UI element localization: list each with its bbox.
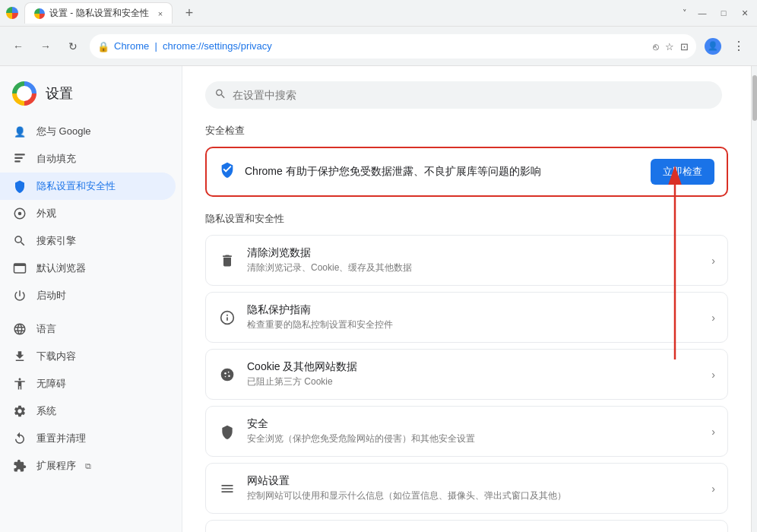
address-right-icons: ⎋ ☆ ⊡ <box>653 40 689 52</box>
privacy-item-cookies-title: Cookie 及其他网站数据 <box>247 360 701 374</box>
sidebar-item-extensions[interactable]: 扩展程序 ⧉ <box>0 452 176 480</box>
sidebar-item-startup-label: 启动时 <box>36 289 66 302</box>
sidebar-header: 设置 <box>0 75 182 118</box>
shield-check-icon <box>219 161 236 182</box>
scrollbar-track[interactable] <box>751 66 757 532</box>
privacy-item-guide[interactable]: 隐私保护指南 检查重要的隐私控制设置和安全控件 › <box>205 292 728 343</box>
chrome-logo <box>12 81 36 106</box>
safety-check-section-title: 安全检查 <box>205 124 728 138</box>
check-now-button[interactable]: 立即检查 <box>651 159 714 185</box>
profile-button[interactable]: 👤 <box>702 36 724 57</box>
system-icon <box>12 404 27 419</box>
privacy-item-clear-browsing[interactable]: 清除浏览数据 清除浏览记录、Cookie、缓存及其他数据 › <box>205 235 728 286</box>
new-tab-button[interactable]: + <box>179 2 200 24</box>
main-layout: 设置 👤 您与 Google 自动填充 隐私设置和安全性 外观 <box>0 66 757 532</box>
sidebar-item-autofill[interactable]: 自动填充 <box>0 145 176 173</box>
search-wrapper <box>205 81 722 109</box>
svg-point-12 <box>224 372 226 375</box>
privacy-item-site-text: 网站设置 控制网站可以使用和显示什么信息（如位置信息、摄像头、弹出式窗口及其他） <box>247 474 701 502</box>
titlebar-left: 设置 - 隐私设置和安全性 × + <box>6 2 200 24</box>
search-icon <box>12 233 27 249</box>
privacy-shield-icon <box>12 179 27 194</box>
sidebar-item-reset[interactable]: 重置并清理 <box>0 425 176 452</box>
browser-icon <box>12 261 27 276</box>
search-icon <box>214 88 226 103</box>
privacy-item-security[interactable]: 安全 安全浏览（保护您免受危险网站的侵害）和其他安全设置 › <box>205 406 728 457</box>
bookmark-icon[interactable]: ☆ <box>665 40 674 52</box>
startup-icon <box>12 288 27 303</box>
content-area: 安全检查 Chrome 有助于保护您免受数据泄露、不良扩展库等问题的影响 立即检… <box>182 66 751 532</box>
scrollbar-thumb[interactable] <box>752 75 757 121</box>
refresh-button[interactable]: ↻ <box>62 36 84 57</box>
privacy-item-security-title: 安全 <box>247 417 701 431</box>
reset-icon <box>12 431 27 446</box>
sidebar-item-extensions-label: 扩展程序 <box>36 459 76 473</box>
appearance-icon <box>12 206 27 221</box>
menu-icon: ⋮ <box>733 39 745 53</box>
privacy-item-cookies-text: Cookie 及其他网站数据 已阻止第三方 Cookie <box>247 360 701 388</box>
sidebar-item-accessibility[interactable]: 无障碍 <box>0 370 176 397</box>
svg-point-3 <box>18 212 22 216</box>
chevron-icon: ˅ <box>683 8 687 18</box>
privacy-item-guide-desc: 检查重要的隐私控制设置和安全控件 <box>247 318 701 331</box>
svg-point-14 <box>228 375 230 377</box>
sidebar-item-language[interactable]: 语言 <box>0 315 176 343</box>
menu-button[interactable]: ⋮ <box>728 36 749 57</box>
extensions-icon <box>12 458 27 473</box>
svg-point-15 <box>225 375 226 377</box>
sidebar-item-startup[interactable]: 启动时 <box>0 282 176 309</box>
safety-check-description: Chrome 有助于保护您免受数据泄露、不良扩展库等问题的影响 <box>245 165 641 179</box>
accessibility-icon <box>12 376 27 391</box>
privacy-section: 清除浏览数据 清除浏览记录、Cookie、缓存及其他数据 › 隐私保护指南 检查… <box>205 235 728 532</box>
sidebar-item-search[interactable]: 搜索引擎 <box>0 227 176 255</box>
privacy-item-site-title: 网站设置 <box>247 474 701 488</box>
privacy-guide-icon <box>218 309 236 327</box>
forward-button[interactable]: → <box>35 36 56 57</box>
minimize-button[interactable]: — <box>696 7 708 19</box>
sidebar-item-browser-label: 默认浏览器 <box>36 261 86 275</box>
privacy-item-site-settings[interactable]: 网站设置 控制网站可以使用和显示什么信息（如位置信息、摄像头、弹出式窗口及其他）… <box>205 463 728 514</box>
address-bar-wrapper: 🔒 ⎋ ☆ ⊡ <box>90 34 696 59</box>
sidebar-item-appearance-label: 外观 <box>36 207 56 220</box>
browser-tab[interactable]: 设置 - 隐私设置和安全性 × <box>24 2 173 24</box>
svg-point-11 <box>221 368 234 381</box>
sidebar-item-download[interactable]: 下载内容 <box>0 343 176 370</box>
sidebar-item-appearance[interactable]: 外观 <box>0 200 176 227</box>
cookie-icon <box>218 366 236 384</box>
svg-rect-1 <box>14 157 23 159</box>
close-window-button[interactable]: × <box>739 7 751 19</box>
tab-close-button[interactable]: × <box>158 9 163 18</box>
security-shield-icon <box>218 423 236 441</box>
download-icon <box>12 349 27 364</box>
privacy-item-clear-desc: 清除浏览记录、Cookie、缓存及其他数据 <box>247 261 701 274</box>
address-input[interactable] <box>90 34 696 59</box>
sidebar-item-google[interactable]: 👤 您与 Google <box>0 118 176 145</box>
back-button[interactable]: ← <box>8 36 29 57</box>
chrome-favicon <box>6 7 18 19</box>
settings-search-input[interactable] <box>205 81 722 109</box>
sidebar-item-privacy[interactable]: 隐私设置和安全性 <box>0 173 176 200</box>
sidebar-title: 设置 <box>46 84 73 103</box>
sidebar-item-search-label: 搜索引擎 <box>36 234 76 248</box>
sidebar-item-system[interactable]: 系统 <box>0 397 176 425</box>
arrow-icon: › <box>711 426 715 438</box>
titlebar-controls: ˅ — □ × <box>683 7 751 19</box>
svg-point-13 <box>228 371 230 372</box>
maximize-button[interactable]: □ <box>717 7 730 19</box>
safety-card-wrapper: Chrome 有助于保护您免受数据泄露、不良扩展库等问题的影响 立即检查 <box>205 147 728 197</box>
privacy-item-clear-title: 清除浏览数据 <box>247 246 701 260</box>
split-view-icon[interactable]: ⊡ <box>680 40 689 52</box>
titlebar: 设置 - 隐私设置和安全性 × + ˅ — □ × <box>0 0 757 27</box>
sidebar-item-autofill-label: 自动填充 <box>36 152 76 166</box>
sidebar-item-system-label: 系统 <box>36 404 56 418</box>
trash-icon <box>218 252 236 270</box>
language-icon <box>12 321 27 337</box>
share-icon[interactable]: ⎋ <box>653 40 659 52</box>
privacy-item-sandbox[interactable]: 隐私沙盒 试用版功能已关闭 ⧉ <box>205 520 728 532</box>
privacy-item-clear-text: 清除浏览数据 清除浏览记录、Cookie、缓存及其他数据 <box>247 246 701 274</box>
sidebar-divider <box>0 309 182 315</box>
arrow-icon: › <box>711 255 715 267</box>
sidebar-item-browser[interactable]: 默认浏览器 <box>0 255 176 282</box>
privacy-item-cookies[interactable]: Cookie 及其他网站数据 已阻止第三方 Cookie › <box>205 349 728 400</box>
sidebar-item-reset-label: 重置并清理 <box>36 432 86 445</box>
